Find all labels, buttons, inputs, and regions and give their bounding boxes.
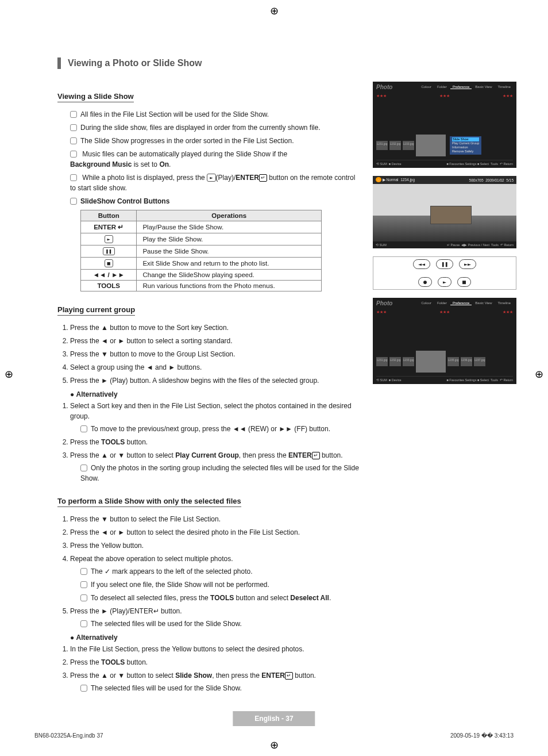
rew-ff-icons: ◄◄ / ►► [93, 271, 125, 278]
steps-selected: Press the ▼ button to select the File Li… [70, 514, 361, 629]
registration-mark-icon: ⊕ [5, 368, 13, 381]
step-item: Press the ▼ button to move to the Group … [70, 349, 361, 359]
subnote-item: If you select one file, the Slide Show w… [80, 580, 361, 590]
mock-thumb-selected: 1234.jpg 5/15 ★★★ [416, 135, 446, 156]
step-item: Press the ▲ or ▼ button to select Play C… [70, 450, 361, 483]
registration-mark-icon: ⊕ [270, 739, 279, 751]
mock-tabs: Colour Folder Preference Basic View Time… [419, 85, 513, 89]
page-number: English - 37 [233, 711, 315, 726]
enter-icon [285, 672, 293, 680]
section-playing-title: Playing current group [57, 305, 135, 316]
note-item: The Slide Show progresses in the order s… [70, 136, 361, 146]
mock-thumb: 1232.jpg [389, 141, 401, 150]
remote-pause-icon: ❚❚ [436, 259, 453, 269]
note-item: During the slide show, files are display… [70, 122, 361, 133]
viewing-notes: All files in the File List Section will … [70, 109, 361, 206]
table-row: ■Exit Slide Show and return to the photo… [81, 258, 322, 270]
enter-icon [312, 452, 320, 459]
mock-thumb: 1235.jpg [447, 357, 459, 366]
mock-remote-buttons: ◄◄ ❚❚ ►► ● ► ■ [373, 256, 516, 290]
table-row: ►Play the Slide Show. [81, 233, 322, 245]
remote-stop-icon: ■ [457, 277, 471, 287]
mock-photo-browser-popup: Photo Colour Folder Preference Basic Vie… [373, 82, 516, 168]
steps-alt1: Select a Sort key and then in the File L… [70, 401, 361, 483]
registration-mark-icon: ⊕ [535, 368, 543, 381]
header-accent [57, 57, 61, 69]
steps-playing: Press the ▲ button to move to the Sort k… [70, 323, 361, 386]
mock-thumb: 1233.jpg [403, 357, 414, 366]
step-item: Press the ► (Play) button. A slideshow b… [70, 375, 361, 386]
subnote-item: The selected files will be used for the … [80, 683, 361, 693]
subnote-item: To deselect all selected files, press th… [80, 593, 361, 603]
note-item: While a photo list is displayed, press t… [70, 172, 361, 193]
enter-icon [259, 174, 267, 182]
subnote-item: Only the photos in the sorting group inc… [80, 463, 361, 483]
section-viewing-title: Viewing a Slide Show [57, 92, 134, 102]
step-item: Repeat the above operation to select mul… [70, 554, 361, 603]
subnote-item: To move to the previous/next group, pres… [80, 424, 361, 434]
table-row: TOOLSRun various functions from the Phot… [81, 281, 322, 291]
remote-record-icon: ● [418, 277, 432, 287]
step-item: Select a group using the ◄ and ► buttons… [70, 362, 361, 373]
table-row: ❚❚Pause the Slide Show. [81, 245, 322, 258]
step-item: Press the ◄ or ► button to select the de… [70, 527, 361, 538]
mock-player-image [373, 184, 516, 241]
step-item: Press the ▲ or ▼ button to select Slide … [70, 670, 361, 693]
step-item: In the File List Section, press the Yell… [70, 644, 361, 654]
mock-photo-browser-grouped: Photo Colour Folder Preference Basic Vie… [373, 298, 516, 384]
table-header-operations: Operations [137, 210, 322, 221]
note-item: SlideShow Control Buttons [70, 196, 361, 206]
page-title: Viewing a Photo or Slide Show [57, 57, 516, 69]
step-item: Press the Yellow button. [70, 540, 361, 551]
step-item: Press the ► (Play)/ENTER↵ button. The se… [70, 606, 361, 629]
mock-thumb: 1233.jpg [403, 141, 414, 150]
mock-thumb: 1231.jpg [376, 141, 388, 150]
step-item: Press the ◄ or ► button to select a sort… [70, 336, 361, 346]
note-item: All files in the File List Section will … [70, 109, 361, 120]
footer-right: 2009-05-19 �� 3:43:13 [450, 732, 514, 739]
step-item: Press the TOOLS button. [70, 657, 361, 667]
mock-thumb: 1237.jpg [474, 357, 485, 366]
subnote-item: The ✓ mark appears to the left of the se… [80, 566, 361, 577]
mock-slideshow-player: ⌂ ▶ Normal 1234.jpg 580x765 2009/01/02 5… [373, 176, 516, 248]
header-title-text: Viewing a Photo or Slide Show [68, 58, 202, 68]
alternatively-label: Alternatively [70, 634, 361, 642]
mock-photo-label: Photo [376, 300, 392, 306]
note-item: Music files can be automatically played … [70, 149, 361, 170]
mock-thumb-selected: 1234.jpg 5/15 ★★★ [416, 351, 446, 373]
table-row: ◄◄ / ►►Change the SlideShow playing spee… [81, 270, 322, 281]
mock-thumb: 1231.jpg [376, 357, 388, 366]
control-buttons-table: Button Operations ENTER ↵Play/Pause the … [80, 210, 322, 291]
mock-tabs: Colour Folder Preference Basic View Time… [419, 301, 513, 305]
footer-left: BN68-02325A-Eng.indb 37 [34, 732, 103, 739]
step-item: Select a Sort key and then in the File L… [70, 401, 361, 434]
mock-thumb: 1236.jpg [461, 357, 472, 366]
table-row: ENTER ↵Play/Pause the Slide Show. [81, 221, 322, 233]
mock-context-popup: Slide Show Play Current Group Informatio… [450, 136, 481, 155]
remote-ff-icon: ►► [459, 259, 476, 269]
step-item: Press the ▲ button to move to the Sort k… [70, 323, 361, 333]
step-item: Press the ▼ button to select the File Li… [70, 514, 361, 524]
mock-photo-label: Photo [376, 84, 392, 90]
remote-rew-icon: ◄◄ [413, 259, 430, 269]
step-item: Press the TOOLS button. [70, 437, 361, 447]
subnote-item: The selected files will be used for the … [80, 619, 361, 629]
play-icon: ► [207, 174, 215, 182]
mock-thumb: 1232.jpg [389, 357, 401, 366]
alternatively-label: Alternatively [70, 390, 361, 398]
registration-mark-icon: ⊕ [270, 5, 279, 17]
steps-alt2: In the File List Section, press the Yell… [70, 644, 361, 693]
remote-play-icon: ► [438, 277, 451, 287]
section-selected-title: To perform a Slide Show with only the se… [57, 497, 241, 507]
table-header-button: Button [81, 210, 137, 221]
